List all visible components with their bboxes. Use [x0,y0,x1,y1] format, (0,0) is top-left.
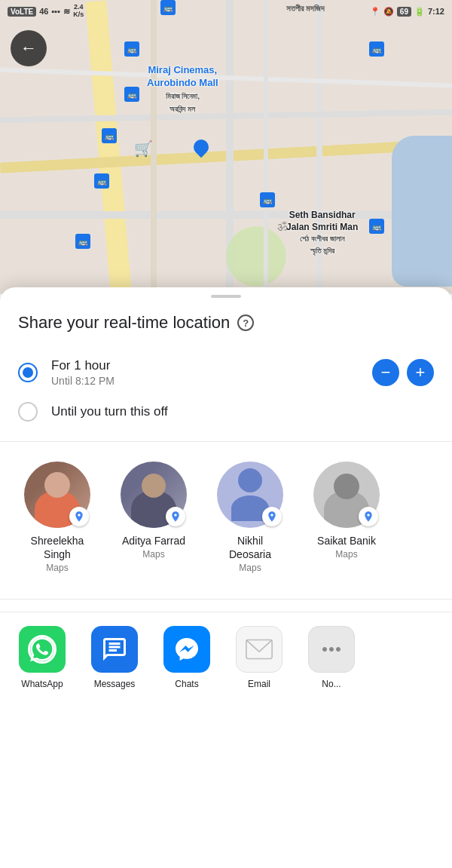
nikhil-head [238,468,262,492]
divider-1 [0,441,452,442]
battery-level: 69 [397,7,411,17]
location-icon: 📍 [370,7,380,17]
app-label-chats: Chats [175,679,198,689]
maps-badge-saikat [359,507,378,526]
app-item-messages[interactable]: Messages [84,626,145,689]
status-right: 📍 🔕 69 🔋 7:12 [370,7,444,17]
maps-pin-icon-saikat [362,511,374,523]
app-label-messages: Messages [94,679,136,689]
wifi-icon: ≋ [63,7,70,17]
map-label-cinema: Miraj Cinemas,Aurobindo Mall মিরাজ সিনেম… [147,64,218,115]
volte-badge: VoLTE [8,7,36,17]
bus-icon: 🚌 [124,41,139,57]
apps-scroll: WhatsApp Messages Cha [0,620,452,695]
bus-icon: 🚌 [94,173,109,189]
contact-name-aditya: Aditya Farrad [122,534,185,547]
bus-icon: 🚌 [369,41,384,57]
bus-icon: 🚌 [102,128,117,143]
app-icon-whatsapp [19,626,66,673]
app-item-whatsapp[interactable]: WhatsApp [12,626,72,689]
increment-button[interactable]: + [407,359,434,386]
app-item-chats[interactable]: Chats [157,626,217,689]
app-icon-messages [91,626,138,673]
time-display: 7:12 [428,7,444,16]
more-icon [318,636,345,663]
contact-avatar-wrap-shreelekha [24,462,90,528]
contact-item-aditya[interactable]: Aditya Farrad Maps [108,462,199,573]
contact-item-nikhil[interactable]: NikhilDeosaria Maps [205,462,295,573]
speed-indicator: 2.4K/s [73,4,84,19]
time-controls: − + [372,359,434,386]
chats-icon [173,636,200,663]
app-item-more[interactable]: No... [301,626,362,689]
maps-badge-aditya [166,507,185,526]
radio-sublabel-1hour: Until 8:12 PM [51,375,359,387]
help-icon[interactable]: ? [237,314,254,331]
radio-circle-forever[interactable] [18,402,38,422]
map-label-seth: Seth BansidharJalan Smriti Man শেঠ বংশীধ… [286,210,358,256]
contacts-section: ShreelekhaSingh Maps Aditya Farrad Maps [0,454,452,587]
back-arrow-icon: ← [20,40,37,57]
app-icon-more [308,626,355,673]
app-label-email: Email [248,679,270,689]
contact-app-nikhil: Maps [239,563,261,573]
email-icon [245,639,273,660]
messages-icon [101,636,128,663]
radio-option-forever[interactable]: Until you turn this off [18,394,434,429]
radio-dot-1hour [23,367,33,378]
decrement-button[interactable]: − [372,359,399,386]
app-label-more: No... [322,679,341,689]
contact-item-shreelekha[interactable]: ShreelekhaSingh Maps [12,462,102,573]
contacts-scroll: ShreelekhaSingh Maps Aditya Farrad Maps [12,462,440,579]
maps-pin-icon-aditya [170,511,182,523]
maps-pin-icon [73,511,85,523]
bus-icon: 🚌 [369,219,384,234]
back-button[interactable]: ← [11,30,47,66]
map-view: 🚌 🚌 🚌 🚌 🚌 🚌 🚌 🚌 🚌 🛒 Miraj Cinemas,Aurobi… [0,0,452,294]
radio-label-forever: Until you turn this off [51,404,434,419]
contact-avatar-wrap-aditya [121,462,187,528]
contact-name-nikhil: NikhilDeosaria [229,534,271,561]
contact-app-aditya: Maps [142,549,164,560]
battery-icon: 🔋 [414,7,425,17]
map-symbol-om: ॐ [277,220,287,234]
bus-icon: 🚌 [124,87,139,102]
bus-icon: 🚌 [75,234,90,249]
contact-app-shreelekha: Maps [46,563,68,573]
contact-item-saikat[interactable]: Saikat Banik Maps [301,462,392,573]
radio-label-1hour: For 1 hour [51,358,359,373]
app-icon-chats [163,626,210,673]
bottom-sheet: Share your real-time location ? For 1 ho… [0,287,452,868]
divider-2 [0,599,452,600]
status-bar: VoLTE 46 ▪▪▪ ≋ 2.4K/s 📍 🔕 69 🔋 7:12 [0,0,452,23]
radio-text-1hour: For 1 hour Until 8:12 PM [51,358,359,387]
share-title: Share your real-time location ? [18,313,434,333]
maps-pin-icon-nikhil [266,511,278,523]
bus-icon: 🚌 [260,192,275,207]
mute-icon: 🔕 [383,7,394,17]
contact-app-saikat: Maps [335,549,357,560]
contact-name-shreelekha: ShreelekhaSingh [31,534,84,561]
status-left: VoLTE 46 ▪▪▪ ≋ 2.4K/s [8,4,84,19]
contact-avatar-wrap-saikat [313,462,380,528]
cinema-pin [192,140,210,161]
shopping-pin: 🛒 [134,140,153,158]
apps-section: WhatsApp Messages Cha [0,612,452,703]
signal-bars: ▪▪▪ [51,7,60,16]
share-location-section: Share your real-time location ? For 1 ho… [0,298,452,429]
signal-4g: 46 [39,7,48,16]
whatsapp-icon [28,635,56,664]
app-icon-email [236,626,282,673]
radio-text-forever: Until you turn this off [51,404,434,419]
app-item-email[interactable]: Email [229,626,289,689]
contact-name-saikat: Saikat Banik [317,534,376,547]
maps-badge-nikhil [262,507,282,526]
radio-option-1hour[interactable]: For 1 hour Until 8:12 PM − + [18,351,434,394]
radio-circle-1hour[interactable] [18,363,38,382]
share-title-text: Share your real-time location [18,313,230,333]
contact-avatar-wrap-nikhil [217,462,283,528]
maps-badge-shreelekha [69,507,89,526]
app-label-whatsapp: WhatsApp [21,679,63,689]
